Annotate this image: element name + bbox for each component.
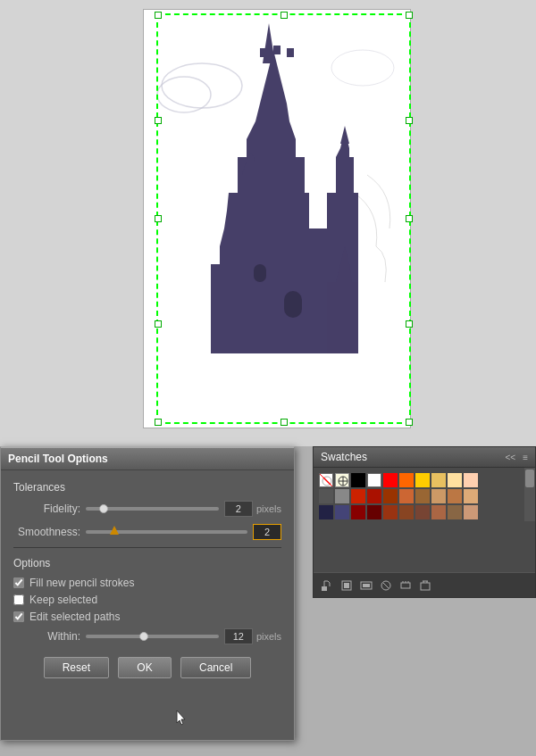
canvas-page (143, 9, 411, 428)
dialog-buttons: Reset OK Cancel (13, 657, 281, 678)
swatch-crosshair[interactable] (335, 473, 349, 487)
swatch-tan[interactable] (431, 489, 446, 503)
swatch-dark-maroon[interactable] (367, 505, 381, 519)
edit-selected-label: Edit selected paths (29, 611, 120, 623)
svg-rect-19 (344, 583, 349, 588)
svg-rect-6 (254, 264, 266, 282)
swatch-navy[interactable] (335, 505, 349, 519)
fidelity-units: pixels (256, 503, 281, 514)
svg-point-2 (331, 50, 394, 86)
swatches-title: Swatches (321, 451, 367, 463)
svg-rect-8 (273, 46, 281, 54)
swatch-dark-navy[interactable] (319, 505, 333, 519)
smoothness-input[interactable]: 2 (253, 524, 281, 540)
swatch-brown-orange[interactable] (399, 489, 414, 503)
swatch-white[interactable] (367, 473, 381, 487)
swatch-dark-gray[interactable] (319, 489, 333, 503)
scroll-track[interactable] (524, 468, 535, 521)
swatch-none[interactable] (319, 473, 333, 487)
svg-rect-9 (287, 48, 294, 57)
swatches-tool-1[interactable] (319, 577, 335, 594)
fidelity-slider-thumb[interactable] (99, 504, 108, 513)
svg-marker-3 (263, 23, 275, 63)
swatch-light-tan[interactable] (464, 489, 478, 503)
swatch-dark-red[interactable] (351, 489, 365, 503)
scroll-thumb[interactable] (525, 469, 534, 487)
swatch-row-3 (319, 505, 530, 519)
cursor-indicator (175, 709, 189, 729)
svg-rect-21 (363, 584, 370, 587)
swatches-grid (314, 468, 535, 525)
pencil-tool-options-dialog: Pencil Tool Options Tolerances Fidelity:… (0, 446, 295, 741)
keep-selected-row: Keep selected (13, 594, 281, 606)
swatch-medium-rust[interactable] (431, 505, 446, 519)
swatch-medium-brown[interactable] (448, 489, 462, 503)
fill-new-pencil-checkbox[interactable] (13, 577, 24, 588)
swatch-black[interactable] (351, 473, 365, 487)
fill-new-pencil-label: Fill new pencil strokes (29, 577, 134, 589)
panel-menu-button[interactable]: ≡ (523, 453, 528, 462)
svg-rect-5 (284, 291, 302, 318)
swatch-darker-red[interactable] (367, 489, 381, 503)
svg-line-13 (323, 478, 331, 485)
swatch-row-1 (319, 473, 530, 487)
swatches-tool-4[interactable] (378, 577, 394, 594)
swatch-row-2 (319, 489, 530, 503)
swatch-medium-brown2[interactable] (448, 505, 462, 519)
svg-rect-28 (421, 583, 430, 590)
within-label: Within: (13, 630, 80, 643)
fidelity-slider-track[interactable] (86, 507, 219, 511)
fill-new-pencil-row: Fill new pencil strokes (13, 577, 281, 589)
dialog-title: Pencil Tool Options (8, 453, 108, 465)
edit-selected-checkbox[interactable] (13, 611, 24, 622)
castle-artwork (148, 14, 403, 416)
cancel-button[interactable]: Cancel (180, 657, 251, 678)
within-slider-track[interactable] (86, 635, 219, 638)
smoothness-label: Smoothness: (13, 526, 80, 538)
dialog-content: Tolerances Fidelity: 2 pixels Smoothness… (1, 470, 294, 689)
swatches-delete-button[interactable] (417, 577, 433, 594)
within-units: pixels (256, 631, 281, 642)
swatch-orange[interactable] (399, 473, 414, 487)
fidelity-label: Fidelity: (13, 503, 80, 515)
swatch-red[interactable] (383, 473, 398, 487)
swatches-tool-3[interactable] (358, 577, 374, 594)
swatch-mid-gray[interactable] (335, 489, 349, 503)
swatch-very-dark-brown[interactable] (415, 505, 430, 519)
smoothness-row: Smoothness: 2 (13, 524, 281, 540)
swatches-tool-2[interactable] (339, 577, 355, 594)
fidelity-row: Fidelity: 2 pixels (13, 501, 281, 517)
swatch-skin[interactable] (464, 473, 478, 487)
dialog-titlebar: Pencil Tool Options (1, 448, 294, 470)
swatch-dark-rust[interactable] (399, 505, 414, 519)
tolerances-section-label: Tolerances (13, 481, 281, 494)
ok-button[interactable]: OK (118, 657, 172, 678)
swatches-tool-5[interactable] (398, 577, 414, 594)
svg-point-0 (162, 63, 242, 108)
smoothness-slider-thumb[interactable] (110, 526, 119, 535)
swatches-panel: Swatches << ≡ (313, 446, 536, 598)
separator-1 (13, 547, 281, 548)
edit-selected-row: Edit selected paths (13, 611, 281, 623)
swatch-maroon[interactable] (351, 505, 365, 519)
swatch-light-orange[interactable] (431, 473, 446, 487)
options-section-label: Options (13, 557, 281, 569)
smoothness-slider-track[interactable] (86, 530, 247, 534)
swatches-title-left: Swatches (321, 451, 367, 463)
options-section: Options Fill new pencil strokes Keep sel… (13, 557, 281, 644)
swatch-sandy[interactable] (464, 505, 478, 519)
expand-panel-button[interactable]: << (505, 453, 515, 462)
within-slider-thumb[interactable] (139, 632, 148, 641)
swatch-peach[interactable] (448, 473, 462, 487)
swatch-rust[interactable] (383, 505, 398, 519)
swatch-yellow[interactable] (415, 473, 430, 487)
swatch-brown[interactable] (415, 489, 430, 503)
swatches-content (314, 468, 535, 570)
keep-selected-label: Keep selected (29, 594, 97, 606)
fidelity-input[interactable]: 2 (224, 501, 253, 517)
keep-selected-checkbox[interactable] (13, 594, 24, 605)
swatch-brown-red[interactable] (383, 489, 398, 503)
reset-button[interactable]: Reset (44, 657, 109, 678)
svg-rect-7 (260, 48, 267, 57)
within-input[interactable]: 12 (224, 628, 253, 644)
